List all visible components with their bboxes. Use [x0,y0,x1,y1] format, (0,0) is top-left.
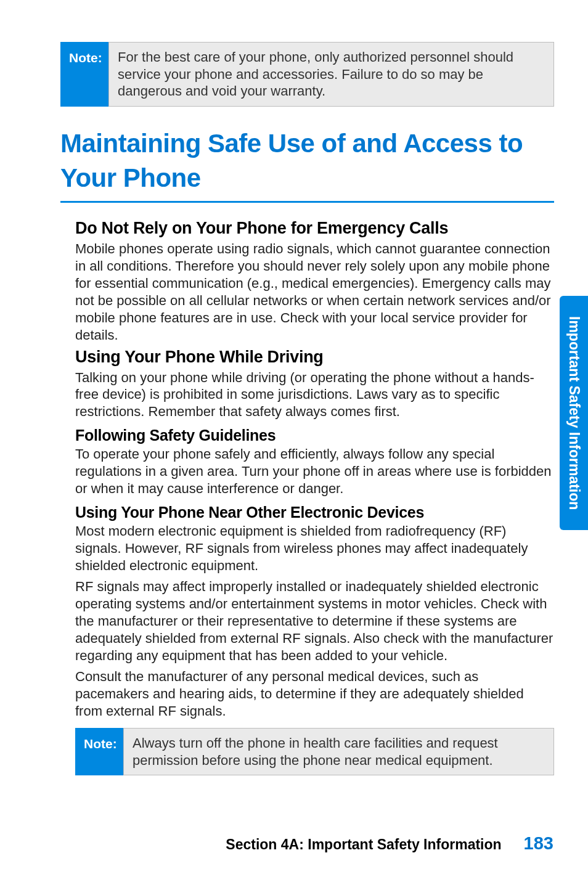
footer: Section 4A: Important Safety Information… [226,833,553,854]
body-guidelines: To operate your phone safely and efficie… [75,446,554,497]
note-box-bottom: Note: Always turn off the phone in healt… [75,728,554,775]
note-label-2: Note: [75,728,123,775]
side-tab: Important Safety Information [560,296,588,530]
title-underline [60,201,554,203]
note-text-2: Always turn off the phone in health care… [123,728,554,775]
section-content: Do Not Rely on Your Phone for Emergency … [60,219,554,776]
note-label: Note: [60,42,108,107]
heading-electronics: Using Your Phone Near Other Electronic D… [75,504,554,521]
body-emergency: Mobile phones operate using radio signal… [75,240,554,344]
note-text: For the best care of your phone, only au… [108,42,554,107]
heading-emergency: Do Not Rely on Your Phone for Emergency … [75,219,554,238]
main-title: Maintaining Safe Use of and Access to Yo… [60,126,554,196]
footer-page: 183 [524,833,553,854]
body-driving: Talking on your phone while driving (or … [75,369,554,421]
heading-driving: Using Your Phone While Driving [75,348,554,367]
heading-guidelines: Following Safety Guidelines [75,427,554,444]
footer-section: Section 4A: Important Safety Information [226,836,501,853]
body-electronics-3: Consult the manufacturer of any personal… [75,668,554,720]
note-box-top: Note: For the best care of your phone, o… [60,42,554,107]
body-electronics-1: Most modern electronic equipment is shie… [75,523,554,574]
body-electronics-2: RF signals may affect improperly install… [75,578,554,664]
